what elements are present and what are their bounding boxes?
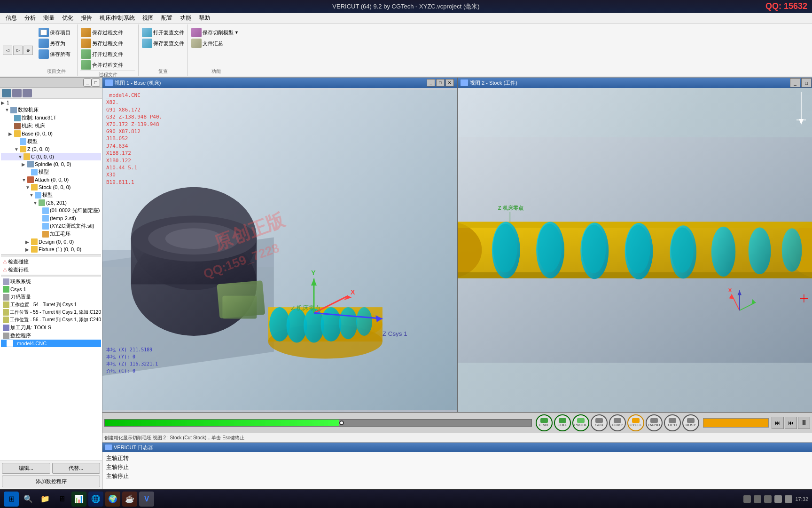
vp1-close[interactable]: ✕ bbox=[445, 79, 454, 87]
tree-model4-cnc[interactable]: _model4.CNC bbox=[1, 340, 101, 347]
tree-csys1[interactable]: Csys 1 bbox=[1, 286, 101, 293]
btn-open-review[interactable]: 打开复查文件 bbox=[141, 27, 185, 38]
tree-work-offset-55[interactable]: 工作位置 - 55 - Turret 到 Csys 1, 添加:C120 bbox=[1, 309, 101, 316]
btn-saveas-process[interactable]: 另存过程文件 bbox=[80, 38, 124, 48]
tray-2 bbox=[754, 495, 761, 503]
btn-save-project[interactable]: 保存项目 bbox=[38, 27, 71, 38]
tree-work-offset-56[interactable]: 工作位置 - 56 - Turret 到 Csys 1, 添加:C240 bbox=[1, 316, 101, 324]
btn-file-summary[interactable]: 文件汇总 bbox=[191, 38, 239, 48]
taskbar-files[interactable]: 📁 bbox=[38, 492, 53, 507]
tree-26-201[interactable]: ▼ (26, 201) bbox=[1, 199, 101, 206]
btn-end[interactable]: ⏭ bbox=[772, 417, 784, 429]
tree-stock[interactable]: ▼ Stock (0, 0, 0) bbox=[1, 183, 101, 191]
menu-report[interactable]: 报告 bbox=[77, 13, 96, 23]
tree-base[interactable]: ▶ Base (0, 0, 0) bbox=[1, 130, 101, 137]
tree-attach[interactable]: ▼ Attach (0, 0, 0) bbox=[1, 176, 101, 183]
tree-view[interactable]: ▶ 1 ▼ 数控机床 控制: fanuc31T 机床: 机床 bbox=[0, 99, 102, 460]
btn-save-as[interactable]: 另存为 bbox=[38, 38, 71, 48]
btn-open-process[interactable]: 打开过程文件 bbox=[80, 49, 124, 59]
taskbar-uc[interactable]: 🌍 bbox=[105, 492, 120, 507]
taskbar-java[interactable]: ☕ bbox=[122, 492, 137, 507]
btn-coll[interactable]: COLL bbox=[554, 414, 571, 431]
menu-measure[interactable]: 测量 bbox=[39, 13, 58, 23]
btn-limit[interactable]: LIMIT bbox=[536, 414, 553, 431]
taskbar-vericut[interactable]: V bbox=[139, 492, 154, 507]
taskbar-search[interactable]: 🔍 bbox=[21, 492, 36, 507]
tree-tools[interactable]: 加工刀具: TOOLS bbox=[1, 324, 101, 332]
svg-point-4 bbox=[131, 187, 257, 290]
tree-machine[interactable]: 机床: 机床 bbox=[1, 122, 101, 130]
speed-bar[interactable] bbox=[703, 418, 769, 428]
svg-point-16 bbox=[304, 309, 324, 343]
taskbar-excel[interactable]: 📊 bbox=[71, 492, 86, 507]
btn-merge-process[interactable]: 合并过程文件 bbox=[80, 60, 124, 70]
quick-btn3[interactable]: ⊕ bbox=[23, 46, 33, 55]
btn-pause[interactable]: ⏸ bbox=[798, 417, 810, 429]
btn-save-process[interactable]: 保存过程文件 bbox=[80, 27, 124, 38]
tree-spindle-model[interactable]: 模型 bbox=[1, 168, 101, 176]
vp2-minimize[interactable]: _ bbox=[790, 78, 800, 87]
btn-save-all[interactable]: 保存所有 bbox=[38, 49, 71, 59]
menu-function[interactable]: 功能 bbox=[176, 13, 195, 23]
btn-comp[interactable]: COMP bbox=[609, 414, 626, 431]
sidebar-minimize[interactable]: _ bbox=[83, 79, 92, 87]
tree-fixture[interactable]: ▶ Fixture (1) (0, 0, 0) bbox=[1, 246, 101, 253]
btn-back[interactable]: ⏮ bbox=[785, 417, 797, 429]
tree-cnc-machine[interactable]: ▼ 数控机床 bbox=[1, 106, 101, 114]
tree-workpiece[interactable]: 加工毛坯 bbox=[1, 230, 101, 238]
tree-nc-programs[interactable]: 数控程序 bbox=[1, 332, 101, 340]
tree-z[interactable]: ▼ Z (0, 0, 0) bbox=[1, 145, 101, 153]
tree-check-collision[interactable]: ⚠ 检查碰撞 bbox=[1, 258, 101, 266]
vp1-restore[interactable]: □ bbox=[436, 79, 445, 87]
tree-design[interactable]: ▶ Design (0, 0, 0) bbox=[1, 238, 101, 246]
vp1-minimize[interactable]: _ bbox=[427, 79, 435, 87]
btn-rapid[interactable]: RAPID bbox=[646, 414, 663, 431]
menu-view[interactable]: 视图 bbox=[139, 13, 157, 23]
tree-file2[interactable]: (temp-2.stl) bbox=[1, 214, 101, 222]
vp1-icon bbox=[105, 79, 113, 86]
tree-check-travel[interactable]: ⚠ 检查行程 bbox=[1, 266, 101, 274]
tree-model1[interactable]: 模型 bbox=[1, 137, 101, 145]
btn-cycle[interactable]: CYCLE bbox=[627, 414, 644, 431]
btn-add-program[interactable]: 添加数控程序 bbox=[2, 476, 100, 487]
quick-btn2[interactable]: ▷ bbox=[13, 46, 23, 55]
sidebar-icon-2[interactable] bbox=[12, 89, 22, 97]
menu-info[interactable]: 信息 bbox=[2, 13, 21, 23]
tree-control[interactable]: 控制: fanuc31T bbox=[1, 114, 101, 122]
btn-busy[interactable]: BUSY bbox=[682, 414, 699, 431]
tree-code-set[interactable]: 刀码置量 bbox=[1, 293, 101, 301]
menu-machine[interactable]: 机床/控制系统 bbox=[96, 13, 139, 23]
tree-work-offset-54[interactable]: 工作位置 - 54 - Turret 到 Csys 1 bbox=[1, 301, 101, 309]
menu-help[interactable]: 帮助 bbox=[195, 13, 214, 23]
taskbar-start[interactable]: ⊞ bbox=[4, 492, 19, 507]
btn-edit[interactable]: 编辑... bbox=[2, 463, 50, 474]
taskbar-monitor[interactable]: 🖥 bbox=[55, 492, 70, 507]
btn-probe[interactable]: PROBE bbox=[572, 414, 589, 431]
tree-link-system[interactable]: 联系系统 bbox=[1, 278, 101, 286]
progress-bar[interactable] bbox=[104, 419, 532, 427]
menu-optimize[interactable]: 优化 bbox=[58, 13, 77, 23]
quick-btn1[interactable]: ◁ bbox=[3, 46, 12, 55]
tree-c[interactable]: ▼ C (0, 0, 0) bbox=[1, 153, 101, 160]
taskbar-ie[interactable]: 🌐 bbox=[88, 492, 103, 507]
btn-replace[interactable]: 代替... bbox=[52, 463, 101, 474]
tree-stock-model[interactable]: ▼ 模型 bbox=[1, 191, 101, 199]
btn-save-review[interactable]: 保存复查文件 bbox=[141, 38, 185, 48]
sidebar-restore[interactable]: □ bbox=[92, 79, 100, 87]
tree-spindle[interactable]: ▶ Spindle (0, 0, 0) bbox=[1, 160, 101, 168]
sidebar-icon-3[interactable] bbox=[23, 89, 32, 97]
menu-config[interactable]: 配置 bbox=[157, 13, 176, 23]
svg-text:Z 机床零点: Z 机床零点 bbox=[291, 304, 321, 311]
tree-file1[interactable]: (01-0002-光纤固定座) bbox=[1, 206, 101, 214]
viewport1[interactable]: 视图 1 - Base (机床) _ □ ✕ _model4.CNC X82. … bbox=[102, 78, 458, 412]
menu-analyze[interactable]: 分析 bbox=[21, 13, 39, 23]
tree-file3[interactable]: (XYZC测试文件.stl) bbox=[1, 222, 101, 230]
sidebar-icon-1[interactable] bbox=[2, 89, 11, 97]
btn-save-cut[interactable]: 保存切削模型 ▼ bbox=[191, 27, 239, 38]
svg-rect-2 bbox=[102, 250, 274, 267]
viewport2[interactable]: 视图 2 - Stock (工件) _ □ bbox=[458, 78, 812, 412]
vp2-restore[interactable]: □ bbox=[801, 78, 812, 87]
btn-opti[interactable]: OPTI bbox=[664, 414, 681, 431]
btn-sub[interactable]: SUB bbox=[591, 414, 608, 431]
tree-root[interactable]: ▶ 1 bbox=[1, 100, 101, 106]
